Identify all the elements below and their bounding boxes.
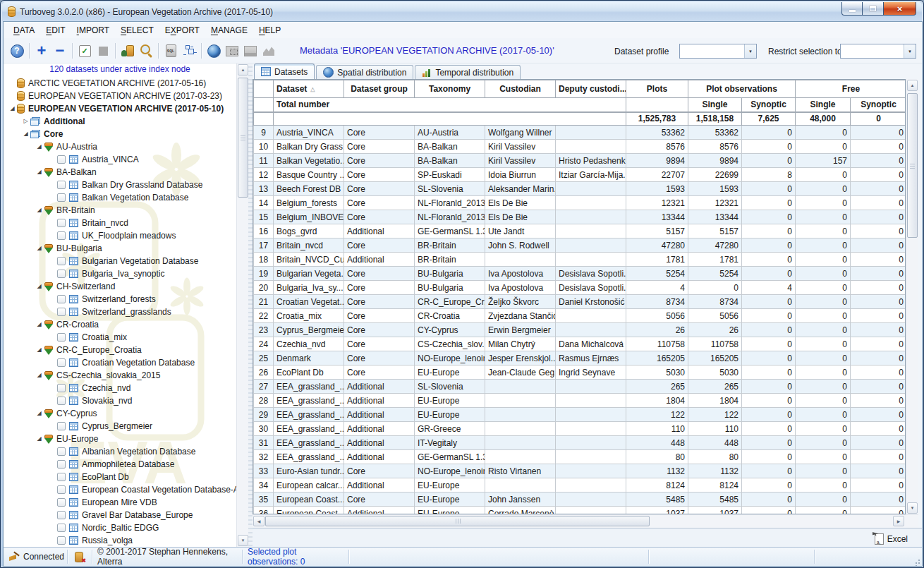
table-row-34[interactable]: 34European calcar...AdditionalEU-Europe8… <box>254 478 906 493</box>
tree-item-cr-croatia[interactable]: ◢CR-Croatia <box>4 318 236 331</box>
globe-icon[interactable] <box>205 42 222 59</box>
expander-open-icon[interactable]: ◢ <box>35 207 44 214</box>
tree-item-cr-c-europe-croatia[interactable]: ◢CR-C_Europe_Croatia <box>4 344 236 356</box>
dataset-checkbox[interactable] <box>57 231 66 240</box>
tree-item-european-vegetation-archive-2017-05-10[interactable]: ◢EUROPEAN VEGETATION ARCHIVE (2017-05-10… <box>4 102 236 115</box>
col-header-plots[interactable]: Plots <box>626 80 688 98</box>
resize-grip[interactable] <box>913 557 920 564</box>
menu-import[interactable]: IMPORT <box>71 23 115 37</box>
user-db-icon[interactable] <box>119 42 136 59</box>
tree-item-albanian-vegetation-database[interactable]: Albanian Vegetation Database <box>4 445 236 458</box>
tree-item-austria-vinca[interactable]: Austria_VINCA <box>4 153 236 166</box>
expander-open-icon[interactable]: ◢ <box>35 321 44 328</box>
tree-item-cyprus-bergmeier[interactable]: Cyprus_Bergmeier <box>4 420 236 433</box>
dropdown-arrow-area[interactable]: ▼ <box>904 44 916 58</box>
dataset-checkbox[interactable] <box>57 397 66 405</box>
tab-datasets[interactable]: Datasets <box>254 64 315 79</box>
table-row-16[interactable]: 16Bogs_gvrdAdditionalGE-GermanSL 1.3Ute … <box>254 224 906 238</box>
table-row-17[interactable]: 17Britain_nvcdCoreBR-BritainJohn S. Rodw… <box>254 238 906 253</box>
table-scrollbar-thumb[interactable] <box>907 93 918 238</box>
scroll-left-arrow-icon[interactable]: ◀ <box>253 516 265 526</box>
table-row-29[interactable]: 29EEA_grassland_...AdditionalEU-Europe12… <box>254 408 906 422</box>
dataset-checkbox[interactable] <box>57 422 66 430</box>
table-row-23[interactable]: 23Cyprus_BergmeierCoreCY-CyprusErwin Ber… <box>254 323 906 337</box>
table-row-18[interactable]: 18Britain_NVCD_Cu...AdditionalBR-Britain… <box>254 253 906 267</box>
table-row-10[interactable]: 10Balkan Dry Grass...CoreBA-BalkanKiril … <box>254 140 906 154</box>
col-header-deputy-custodian[interactable]: Deputy custodi... <box>556 80 626 98</box>
tree-item-ammophiletea-database[interactable]: Ammophiletea Database <box>4 458 236 471</box>
expander-closed-icon[interactable]: ▷ <box>21 118 30 125</box>
dataset-checkbox[interactable] <box>57 308 66 316</box>
subheader-free-single[interactable]: Single <box>796 98 851 112</box>
menu-manage[interactable]: MANAGE <box>205 23 253 37</box>
dataset-checkbox[interactable] <box>57 447 66 456</box>
scroll-down-arrow-icon[interactable]: ▼ <box>238 535 248 546</box>
tree-item-uk-floodplain-meadows[interactable]: UK_Floodplain meadows <box>4 229 236 242</box>
dataset-checkbox[interactable] <box>57 219 66 227</box>
tree-item-croatia-mix[interactable]: Croatia_mix <box>4 331 236 344</box>
expander-open-icon[interactable]: ◢ <box>35 435 44 442</box>
horizontal-scrollbar-thumb[interactable] <box>265 516 650 526</box>
tree-item-gravel-bar-database-europe[interactable]: Gravel Bar Database_Europe <box>4 509 236 521</box>
col-header-taxonomy[interactable]: Taxonomy <box>415 80 485 98</box>
tree-item-core[interactable]: ◢Core <box>4 128 236 140</box>
tree-item-britain-nvcd[interactable]: Britain_nvcd <box>4 217 236 229</box>
excel-export-button[interactable]: Excel <box>872 532 911 546</box>
tree-item-slovakia-nvd[interactable]: Slovakia_nvd <box>4 394 236 407</box>
col-header-dataset[interactable]: Dataset△ <box>274 80 344 98</box>
dataset-checkbox[interactable] <box>57 155 66 164</box>
square-icon[interactable] <box>95 42 111 59</box>
table-row-35[interactable]: 35European Coast...CoreEU-EuropeJohn Jan… <box>254 493 906 507</box>
menu-export[interactable]: EXPORT <box>159 23 205 37</box>
close-button[interactable]: × <box>884 2 916 16</box>
chart-icon[interactable] <box>260 42 277 59</box>
table-row-25[interactable]: 25DenmarkCoreNO-Europe_lenoirJesper Eren… <box>254 351 906 365</box>
expander-open-icon[interactable]: ◢ <box>35 245 44 252</box>
tree-item-switzerland-grasslands[interactable]: Switzerland_grasslands <box>4 306 236 318</box>
menu-edit[interactable]: EDIT <box>40 23 71 37</box>
tree-item-european-coastal-vegetation-database-a[interactable]: European Coastal Vegetation Database-A <box>4 483 236 496</box>
tree-item-bulgaria-iva-synoptic[interactable]: Bulgaria_Iva_synoptic <box>4 267 236 280</box>
menu-select[interactable]: SELECT <box>115 23 159 37</box>
dataset-checkbox[interactable] <box>57 358 66 367</box>
dropdown-arrow-area[interactable]: ▼ <box>744 44 756 58</box>
tree-item-ecoplant-db[interactable]: EcoPlant Db <box>4 471 236 483</box>
dataset-checkbox[interactable] <box>57 524 66 532</box>
dataset-checkbox[interactable] <box>57 181 66 189</box>
table-row-12[interactable]: 12Basque Country ...CoreSP-EuskadiIdoia … <box>254 168 906 182</box>
tree-item-european-vegetation-archive-2017-03-23[interactable]: EUROPEAN VEGETATION ARCHIVE (2017-03-23) <box>4 90 236 102</box>
maximize-button[interactable] <box>863 2 884 16</box>
table-row-20[interactable]: 20Bulgaria_Iva_sy...CoreBU-BulgariaIva A… <box>254 281 906 295</box>
map-select-icon[interactable] <box>224 42 241 59</box>
tree-item-au-austria[interactable]: ◢AU-Austria <box>4 140 236 153</box>
tree-item-eu-europe[interactable]: ◢EU-Europe <box>4 433 236 445</box>
table-row-24[interactable]: 24Czechia_nvdCoreCS-Czechia_slov...Milan… <box>254 337 906 351</box>
tree-item-ba-balkan[interactable]: ◢BA-Balkan <box>4 166 236 179</box>
col-header-plot-observations[interactable]: Plot observations <box>688 80 796 98</box>
scroll-up-arrow-icon[interactable]: ▲ <box>907 80 918 91</box>
title-bar[interactable]: Turboveg 3.0.2.0 (x86) - European Vegeta… <box>2 2 922 21</box>
table-row-26[interactable]: 26EcoPlant DbCoreEU-EuropeJean-Claude Ge… <box>254 365 906 380</box>
map-icon[interactable] <box>242 42 259 59</box>
minimize-button[interactable] <box>841 2 863 16</box>
table-row-31[interactable]: 31EEA_grassland_...AdditionalIT-Vegitaly… <box>254 436 906 450</box>
tree-item-cy-cyprus[interactable]: ◢CY-Cyprus <box>4 407 236 420</box>
table-row-19[interactable]: 19Bulgarian Vegeta...CoreBU-BulgariaIva … <box>254 267 906 281</box>
help-icon[interactable] <box>8 42 25 59</box>
tree-item-ch-switzerland[interactable]: ◢CH-Switzerland <box>4 280 236 293</box>
table-row-14[interactable]: 14Belgium_forestsCoreNL-Floranld_2013Els… <box>254 196 906 210</box>
dataset-checkbox[interactable] <box>57 473 66 481</box>
dataset-checkbox[interactable] <box>57 536 66 545</box>
dataset-checkbox[interactable] <box>57 333 66 342</box>
expander-open-icon[interactable]: ◢ <box>35 346 44 354</box>
dataset-checkbox[interactable] <box>57 460 66 469</box>
table-row-21[interactable]: 21Croatian Vegetat...CoreCR-C_Europe_Cr.… <box>254 295 906 309</box>
search-icon[interactable] <box>138 42 154 59</box>
tree-item-croatian-vegetation-database[interactable]: Croatian Vegetation Database <box>4 356 236 369</box>
table-row-13[interactable]: 13Beech Forest DB ...CoreSL-SloveniaAlek… <box>254 182 906 196</box>
tree-item-br-britain[interactable]: ◢BR-Britain <box>4 204 236 217</box>
table-vertical-scrollbar[interactable]: ▲ ▼ <box>906 79 918 514</box>
tree-scrollbar[interactable]: ▲ ▼ <box>236 64 248 547</box>
sql-icon[interactable] <box>162 42 179 59</box>
tree-item-czechia-nvd[interactable]: Czechia_nvd <box>4 382 236 394</box>
